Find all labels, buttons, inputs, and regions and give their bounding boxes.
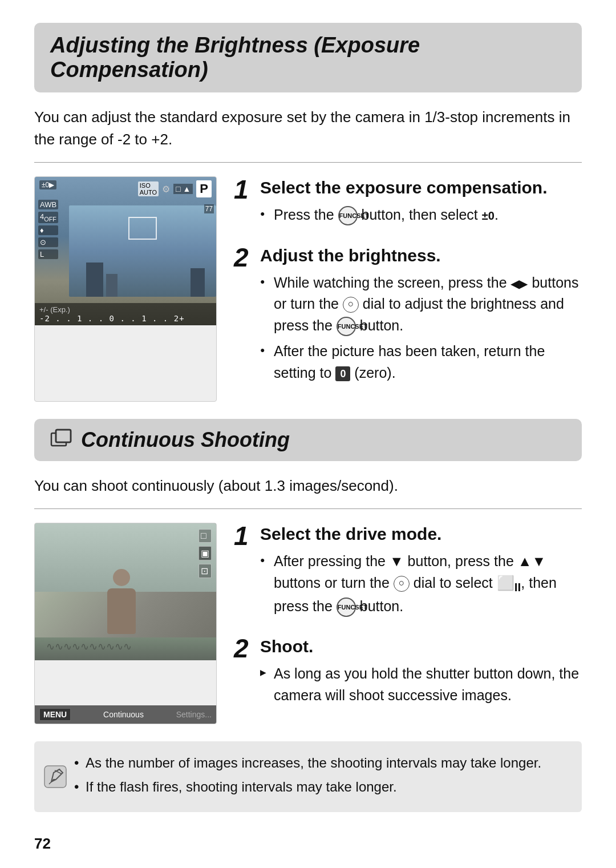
continuous-mode-icon: ⬜II xyxy=(497,575,521,591)
camera-photo-bg: □ ▣ ⊡ ∿∿∿∿∿∿∿∿∿∿ xyxy=(35,523,216,660)
step2-content: Adjust the brightness. While watching th… xyxy=(260,244,582,389)
section1-intro: You can adjust the standard exposure set… xyxy=(34,106,582,151)
section2: Continuous Shooting You can shoot contin… xyxy=(34,419,582,812)
func-set-button-icon: FUNCSET xyxy=(338,206,358,225)
section1-steps-area: ±0▶ ISOAUTO ⚙ □ ▲ P AWB 4OFF ♦ ⊙ L xyxy=(34,176,582,402)
section2-title: Continuous Shooting xyxy=(81,428,290,452)
continuous-label: Continuous xyxy=(103,710,144,719)
section2-steps-list: 1 Select the drive mode. After pressing … xyxy=(234,523,582,724)
lcd-scale: -2 . . 1 . . 0 . . 1 . . 2+ xyxy=(39,314,212,323)
step1-title: Select the exposure compensation. xyxy=(260,176,582,199)
lcd-building2 xyxy=(106,274,117,297)
step4-number: 2 xyxy=(234,635,251,661)
step4-content: Shoot. As long as you hold the shutter b… xyxy=(260,635,582,710)
section1: Adjusting the Brightness (Exposure Compe… xyxy=(34,23,582,402)
svg-rect-1 xyxy=(56,430,71,442)
step2-bullets: While watching the screen, press the ◀▶ … xyxy=(260,272,582,384)
lcd-focus-box xyxy=(128,217,157,240)
note-bullet2: If the flash fires, shooting intervals m… xyxy=(74,777,568,797)
lcd-settings-icon: ⚙ xyxy=(162,184,170,195)
dial2-icon: ○ xyxy=(394,576,410,592)
lcd-L-icon: L xyxy=(38,249,58,259)
silhouette-head xyxy=(113,569,130,586)
lcd-exp-label: +/- (Exp.) xyxy=(39,305,212,314)
lcd-left-icons: AWB 4OFF ♦ ⊙ L xyxy=(38,200,58,259)
step2-bullet1: While watching the screen, press the ◀▶ … xyxy=(260,272,582,337)
section1-steps-list: 1 Select the exposure compensation. Pres… xyxy=(234,176,582,402)
step4-bullets: As long as you hold the shutter button d… xyxy=(260,663,582,706)
photo-right-icons: □ ▣ ⊡ xyxy=(198,529,212,578)
step3-title: Select the drive mode. xyxy=(260,523,582,545)
lcd-left-top-icons: ±0▶ xyxy=(39,180,56,189)
photo-settings-text: Continuous xyxy=(103,710,144,719)
camera-lcd-screen: ±0▶ ISOAUTO ⚙ □ ▲ P AWB 4OFF ♦ ⊙ L xyxy=(35,177,216,325)
step1-number: 1 xyxy=(234,176,251,203)
photo-person-silhouette xyxy=(102,569,141,643)
section1-step1: 1 Select the exposure compensation. Pres… xyxy=(234,176,582,231)
pm-zero-icon: ±0 xyxy=(482,207,495,224)
page-number: 72 xyxy=(34,835,582,853)
step3-content: Select the drive mode. After pressing th… xyxy=(260,523,582,621)
note-pencil-icon xyxy=(43,765,67,789)
down-arrow-icon: ▼ xyxy=(390,553,404,569)
photo-settings-label: Settings... xyxy=(176,710,212,719)
lcd-right-side: 77 xyxy=(204,197,214,215)
step4-title: Shoot. xyxy=(260,635,582,657)
photo-rect-icon1: □ xyxy=(198,529,212,543)
step2-title: Adjust the brightness. xyxy=(260,244,582,267)
lcd-top-center: ISOAUTO ⚙ □ ▲ P xyxy=(138,180,212,197)
menu-button-label[interactable]: MENU xyxy=(39,708,71,721)
note-bullets-list: As the number of images increases, the s… xyxy=(74,753,568,797)
section1-header: Adjusting the Brightness (Exposure Compe… xyxy=(34,23,582,92)
note-bullet1: As the number of images increases, the s… xyxy=(74,753,568,773)
lcd-top-bar: ±0▶ ISOAUTO ⚙ □ ▲ P xyxy=(35,177,216,201)
step3-bullets: After pressing the ▼ button, press the ▲… xyxy=(260,551,582,617)
continuous-photo-image: □ ▣ ⊡ ∿∿∿∿∿∿∿∿∿∿ MENU Continuous Setting… xyxy=(34,523,217,724)
lcd-mode-p: P xyxy=(196,180,212,197)
section2-step2: 2 Shoot. As long as you hold the shutter… xyxy=(234,635,582,710)
lcd-timer-icon: ⊙ xyxy=(38,237,58,247)
step1-content: Select the exposure compensation. Press … xyxy=(260,176,582,231)
note-box: As the number of images increases, the s… xyxy=(34,741,582,812)
lcd-building3 xyxy=(191,268,205,297)
continuous-shooting-icon xyxy=(50,429,73,452)
photo-grass: ∿∿∿∿∿∿∿∿∿∿ xyxy=(46,640,132,653)
section2-intro: You can shoot continuously (about 1.3 im… xyxy=(34,475,582,497)
photo-rect-icon2: ▣ xyxy=(198,546,212,560)
step2-bullet2: After the picture has been taken, return… xyxy=(260,341,582,383)
zero-square-icon: 0 xyxy=(335,366,350,381)
step3-number: 1 xyxy=(234,523,251,549)
section1-divider xyxy=(34,162,582,163)
func-set-button2-icon: FUNCSET xyxy=(337,317,356,336)
lcd-exposure-icon: ±0▶ xyxy=(39,180,56,189)
pencil-icon-svg xyxy=(43,765,67,789)
lcd-iso-icon: ISOAUTO xyxy=(138,181,159,196)
dial-icon: ○ xyxy=(343,297,359,313)
silhouette-body xyxy=(107,588,136,634)
step1-bullet1: Press the FUNCSET button, then select ±0… xyxy=(260,204,582,226)
func-set-button3-icon: FUNCSET xyxy=(337,597,356,617)
step3-bullet1: After pressing the ▼ button, press the ▲… xyxy=(260,551,582,617)
section1-title: Adjusting the Brightness (Exposure Compe… xyxy=(50,33,566,82)
up-down-arrows-icon: ▲▼ xyxy=(518,553,546,569)
lcd-4off-icon: 4OFF xyxy=(38,212,58,223)
step2-number: 2 xyxy=(234,244,251,271)
section2-divider xyxy=(34,508,582,509)
photo-ground: ∿∿∿∿∿∿∿∿∿∿ xyxy=(35,637,216,660)
svg-rect-3 xyxy=(44,766,66,788)
continuous-icon-svg xyxy=(50,429,73,448)
lcd-rect-icon: □ ▲ xyxy=(173,184,193,194)
lcd-bottom-bar: +/- (Exp.) -2 . . 1 . . 0 . . 1 . . 2+ xyxy=(35,303,216,325)
section2-header: Continuous Shooting xyxy=(34,419,582,461)
section2-steps-area: □ ▣ ⊡ ∿∿∿∿∿∿∿∿∿∿ MENU Continuous Setting… xyxy=(34,523,582,724)
left-right-arrows-icon: ◀▶ xyxy=(510,277,528,290)
step1-bullets: Press the FUNCSET button, then select ±0… xyxy=(260,204,582,226)
lcd-card-icon: 77 xyxy=(204,204,214,213)
lcd-awb-icon: AWB xyxy=(38,200,58,209)
photo-bottom-bar: MENU Continuous Settings... xyxy=(35,705,216,724)
section2-step1: 1 Select the drive mode. After pressing … xyxy=(234,523,582,621)
lcd-macro-icon: ♦ xyxy=(38,225,58,235)
lcd-building1 xyxy=(86,263,103,297)
lcd-landscape xyxy=(69,205,216,297)
step4-bullet1: As long as you hold the shutter button d… xyxy=(260,663,582,706)
